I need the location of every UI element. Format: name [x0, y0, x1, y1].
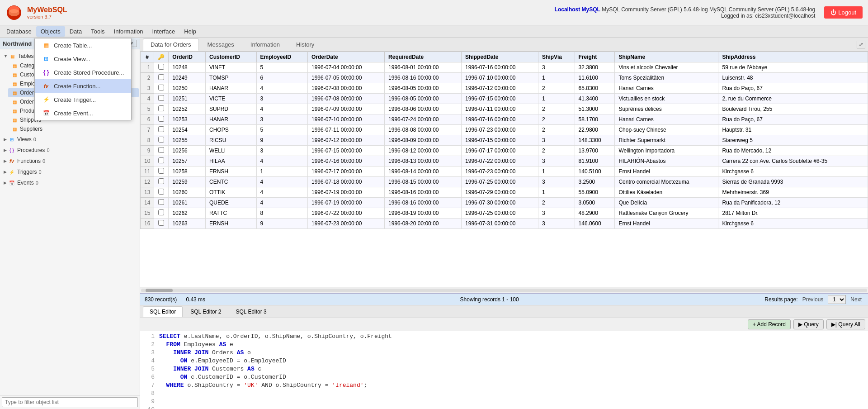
tree-section-triggers-header[interactable]: ▶ ⚡ Triggers 0: [1, 167, 139, 177]
cell-checkbox[interactable]: [154, 62, 169, 73]
cell-rownum: 13: [141, 187, 154, 198]
tab-history[interactable]: History: [288, 38, 322, 51]
table-row[interactable]: 310250HANAR41996-07-08 00:00:001996-08-0…: [141, 83, 868, 94]
dropdown-create-function[interactable]: fv Create Function...: [35, 79, 131, 93]
scroll-thumb[interactable]: [146, 289, 173, 292]
bottom-tab-sql-editor[interactable]: SQL Editor: [143, 306, 183, 317]
tab-messages[interactable]: Messages: [200, 38, 242, 51]
cell-checkbox[interactable]: [154, 177, 169, 187]
table-row[interactable]: 110248VINET51996-07-04 00:00:001996-08-0…: [141, 62, 868, 73]
cell-value: 1996-08-06 00:00:00: [385, 104, 462, 114]
cell-checkbox[interactable]: [154, 187, 169, 198]
menu-objects[interactable]: Objects: [36, 26, 65, 37]
cell-checkbox[interactable]: [154, 135, 169, 146]
dropdown-create-event[interactable]: 📅 Create Event...: [35, 106, 131, 120]
cell-checkbox[interactable]: [154, 156, 169, 166]
server-name: Localhost MySQL: [555, 6, 600, 13]
table-row[interactable]: 1410261QUEDE41996-07-19 00:00:001996-08-…: [141, 198, 868, 208]
table-container[interactable]: # 🔑 OrderID CustomerID EmployeeID OrderD…: [140, 52, 868, 287]
dropdown-create-table[interactable]: ▦ Create Table...: [35, 38, 131, 52]
cell-value: 1996-07-23 00:00:00: [462, 125, 538, 135]
table-row[interactable]: 1110258ERNSH11996-07-17 00:00:001996-08-…: [141, 166, 868, 177]
tree-section-functions-header[interactable]: ▶ fv Functions 0: [1, 156, 139, 166]
menu-help[interactable]: Help: [179, 26, 201, 37]
cell-checkbox[interactable]: [154, 166, 169, 177]
query-button[interactable]: ▶ Query: [793, 319, 824, 329]
create-view-label: Create View...: [54, 56, 90, 62]
cell-value: 8: [256, 208, 307, 219]
server-info: Localhost MySQL MySQL Community Server (…: [555, 6, 816, 19]
sidebar-item-suppliers[interactable]: ▦ Suppliers: [8, 124, 139, 133]
table-row[interactable]: 410251VICTE31996-07-08 00:00:001996-08-0…: [141, 94, 868, 104]
functions-count: 0: [42, 158, 45, 164]
menu-database[interactable]: Database: [2, 26, 36, 37]
table-row[interactable]: 1310260OTTIK41996-07-19 00:00:001996-08-…: [141, 187, 868, 198]
menu-data[interactable]: Data: [65, 26, 86, 37]
cell-rownum: 16: [141, 219, 154, 229]
table-row[interactable]: 910256WELLI31996-07-15 00:00:001996-08-1…: [141, 146, 868, 156]
table-row[interactable]: 710254CHOPS51996-07-11 00:00:001996-08-0…: [141, 125, 868, 135]
cell-value: 1996-08-19 00:00:00: [385, 208, 462, 219]
add-record-button[interactable]: + Add Record: [748, 319, 791, 329]
cell-value: 1996-08-16 00:00:00: [385, 187, 462, 198]
cell-value: 1: [538, 94, 575, 104]
cell-value: Victuailles en stock: [615, 94, 718, 104]
menu-interface[interactable]: Interface: [148, 26, 180, 37]
bottom-tab-sql-editor-2[interactable]: SQL Editor 2: [184, 306, 228, 317]
cell-value: 1: [538, 166, 575, 177]
table-row[interactable]: 1610263ERNSH91996-07-23 00:00:001996-08-…: [141, 219, 868, 229]
bottom-tab-sql-editor-3[interactable]: SQL Editor 3: [229, 306, 274, 317]
cell-checkbox[interactable]: [154, 104, 169, 114]
tab-information[interactable]: Information: [243, 38, 288, 51]
cell-checkbox[interactable]: [154, 114, 169, 125]
tree-section-views: ▶ ⊞ Views 0: [1, 134, 139, 144]
dropdown-create-view[interactable]: ⊞ Create View...: [35, 52, 131, 66]
table-row[interactable]: 610253HANAR31996-07-10 00:00:001996-07-2…: [141, 114, 868, 125]
logout-button[interactable]: ⏻ Logout: [824, 6, 863, 19]
cell-checkbox[interactable]: [154, 73, 169, 83]
cell-value: ERNSH: [206, 166, 257, 177]
menu-tools[interactable]: Tools: [86, 26, 109, 37]
sql-editor[interactable]: 1 SELECT e.LastName, o.OrderID, o.ShipNa…: [140, 331, 868, 409]
tab-data-for-orders[interactable]: Data for Orders: [143, 38, 199, 51]
cell-checkbox[interactable]: [154, 83, 169, 94]
table-row[interactable]: 1210259CENTC41996-07-18 00:00:001996-08-…: [141, 177, 868, 187]
cell-checkbox[interactable]: [154, 219, 169, 229]
next-page-button[interactable]: Next: [849, 296, 863, 303]
menu-information[interactable]: Information: [109, 26, 148, 37]
query-all-button[interactable]: ▶| Query All: [826, 319, 865, 329]
dropdown-create-trigger[interactable]: ⚡ Create Trigger...: [35, 93, 131, 106]
cell-checkbox[interactable]: [154, 208, 169, 219]
filter-input[interactable]: [2, 397, 138, 407]
procedures-icon: { }: [8, 147, 15, 154]
tree-section-procedures-header[interactable]: ▶ { } Procedures 0: [1, 145, 139, 155]
cell-value: 2: [538, 104, 575, 114]
table-row[interactable]: 510252SUPRD41996-07-09 00:00:001996-08-0…: [141, 104, 868, 114]
cell-value: VINET: [206, 62, 257, 73]
cell-checkbox[interactable]: [154, 125, 169, 135]
maximize-button[interactable]: ⤢: [857, 41, 865, 48]
svg-point-2: [9, 9, 19, 16]
cell-checkbox[interactable]: [154, 198, 169, 208]
previous-page-button[interactable]: Previous: [801, 296, 826, 303]
table-row[interactable]: 210249TOMSP61996-07-05 00:00:001996-08-1…: [141, 73, 868, 83]
table-row[interactable]: 810255RICSU91996-07-12 00:00:001996-08-0…: [141, 135, 868, 146]
cell-value: 4: [256, 198, 307, 208]
events-count: 0: [36, 180, 38, 185]
cell-value: 10257: [169, 156, 206, 166]
cell-checkbox[interactable]: [154, 94, 169, 104]
cell-value: ERNSH: [206, 219, 257, 229]
table-row-icon: ▦: [11, 80, 18, 87]
tree-section-events-header[interactable]: ▶ 📅 Events 0: [1, 178, 139, 188]
table-row[interactable]: 1010257HILAA41996-07-16 00:00:001996-08-…: [141, 156, 868, 166]
cell-value: 1: [256, 166, 307, 177]
tree-section-views-header[interactable]: ▶ ⊞ Views 0: [1, 134, 139, 144]
page-select[interactable]: 1: [828, 295, 846, 304]
cell-value: Rattlesnake Canyon Grocery: [615, 208, 718, 219]
cell-value: 22.9800: [575, 125, 615, 135]
table-row[interactable]: 1510262RATTC81996-07-22 00:00:001996-08-…: [141, 208, 868, 219]
cell-value: 1996-08-16 00:00:00: [385, 73, 462, 83]
cell-checkbox[interactable]: [154, 146, 169, 156]
dropdown-create-stored-procedure[interactable]: { } Create Stored Procedure...: [35, 66, 131, 79]
horizontal-scrollbar[interactable]: [140, 287, 868, 293]
